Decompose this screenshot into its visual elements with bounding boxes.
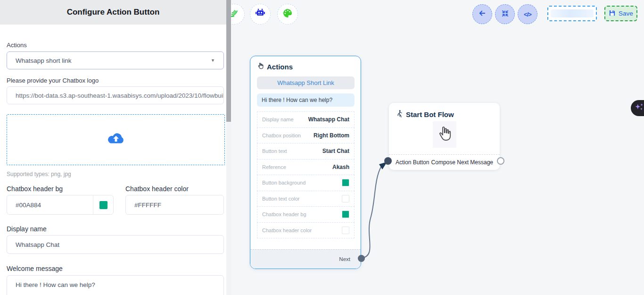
fit-view-button[interactable]: [495, 4, 515, 24]
robot-icon: [255, 8, 266, 21]
cursor-preview: [433, 121, 456, 148]
start-bot-flow-node[interactable]: Start Bot Flow Action Button Compose Nex…: [389, 103, 500, 170]
chatbox-header-color-value: #FFFFFF: [126, 195, 203, 214]
floppy-icon: [609, 9, 616, 18]
table-row: Button text color: [257, 191, 355, 207]
panel-scrollbar[interactable]: [226, 0, 231, 295]
welcome-message-input[interactable]: Hi there ! How can we help?: [7, 275, 224, 295]
save-button-label: Save: [619, 10, 633, 17]
back-icon: [478, 9, 487, 19]
start-node-header: Start Bot Flow: [396, 110, 454, 119]
walking-person-icon: [396, 110, 403, 119]
logo-label: Please provide your Chatbox logo: [7, 77, 99, 84]
chevron-down-icon: ▼: [211, 58, 215, 63]
table-row: Button background: [257, 175, 355, 191]
supported-types-hint: Supported types: png, jpg: [7, 171, 71, 177]
next-output-handle[interactable]: [358, 255, 365, 262]
actions-select[interactable]: Whatsapp short link ▼: [7, 51, 224, 69]
theme-tool-button[interactable]: [277, 4, 298, 25]
cloud-upload-icon: [106, 132, 126, 148]
code-view-button[interactable]: </>: [518, 4, 537, 24]
actions-node-header: Actions: [257, 62, 293, 71]
display-name-value: Whatsapp Chat: [16, 241, 59, 248]
fit-view-icon: [501, 9, 509, 19]
display-name-label: Display name: [7, 225, 47, 233]
display-name-input[interactable]: Whatsapp Chat: [7, 235, 224, 254]
color-swatch: [342, 179, 349, 186]
configure-panel: Configure Action Button Actions Whatsapp…: [0, 0, 226, 295]
scrollbar-thumb[interactable]: [226, 0, 231, 122]
table-row: Chatbox position Right Bottom: [257, 127, 355, 144]
whatsapp-short-link-chip[interactable]: Whatsapp Short Link: [257, 76, 355, 89]
chatbox-header-color-field[interactable]: #FFFFFF: [125, 195, 224, 215]
start-node-title: Start Bot Flow: [406, 110, 454, 118]
panel-header: Configure Action Button: [0, 0, 226, 25]
flow-name-input[interactable]: [547, 6, 597, 21]
action-button-input-handle[interactable]: [384, 157, 392, 165]
chatbox-header-bg-value: #00A884: [7, 195, 93, 214]
welcome-message-label: Welcome message: [7, 265, 63, 272]
table-row: Chatbox header bg: [257, 206, 355, 223]
table-row: Chatbox header color: [257, 222, 355, 239]
actions-node-title: Actions: [267, 63, 293, 71]
save-button[interactable]: Save: [604, 6, 637, 21]
actions-selected-value: Whatsapp short link: [16, 57, 72, 64]
sparkles-icon: [634, 102, 644, 114]
welcome-message-value: Hi there ! How can we help?: [16, 281, 95, 288]
ai-assistant-button[interactable]: [631, 100, 644, 116]
chatbox-header-bg-picker[interactable]: [93, 195, 113, 214]
table-row: Button text Start Chat: [257, 143, 355, 160]
color-swatch: [342, 195, 349, 202]
chatbox-header-color-label: Chatbox header color: [125, 185, 189, 193]
hand-cursor-icon: [437, 125, 452, 144]
color-swatch: [342, 211, 349, 218]
next-label: Next: [339, 256, 350, 262]
actions-node-rows: Display name Whatsapp Chat Chatbox posit…: [257, 112, 355, 238]
page-title: Configure Action Button: [67, 8, 160, 17]
logo-upload-dropzone[interactable]: [7, 114, 225, 165]
color-swatch: [99, 201, 107, 209]
chatbox-header-color-picker[interactable]: [203, 195, 223, 214]
table-row: Display name Whatsapp Chat: [257, 111, 355, 128]
compose-next-message-handle[interactable]: [497, 157, 504, 165]
hand-pointer-icon: [257, 62, 264, 71]
code-icon: </>: [524, 11, 531, 18]
table-row: Reference Akash: [257, 159, 355, 176]
start-node-footer: Action Button Compose Next Message: [389, 155, 500, 170]
action-button-label: Action Button: [396, 159, 429, 166]
palette-icon: [282, 8, 293, 21]
flow-name-placeholder: [551, 9, 594, 17]
compose-next-message-label: Compose Next Message: [431, 159, 493, 166]
actions-node[interactable]: Actions Whatsapp Short Link Hi there ! H…: [250, 56, 361, 269]
color-swatch: [209, 201, 217, 209]
back-button[interactable]: [472, 4, 492, 24]
actions-label: Actions: [7, 42, 27, 49]
actions-node-footer: Next: [250, 249, 361, 269]
color-swatch: [342, 227, 349, 234]
logo-url-value: https://bot-data.s3.ap-southeast-1.wasab…: [16, 92, 224, 99]
logo-url-input[interactable]: https://bot-data.s3.ap-southeast-1.wasab…: [7, 86, 224, 104]
bot-tool-button[interactable]: [250, 4, 271, 25]
chatbox-header-bg-label: Chatbox header bg: [7, 185, 63, 193]
welcome-message-preview: Hi there ! How can we help?: [257, 93, 355, 107]
chatbox-header-bg-field[interactable]: #00A884: [7, 195, 114, 215]
